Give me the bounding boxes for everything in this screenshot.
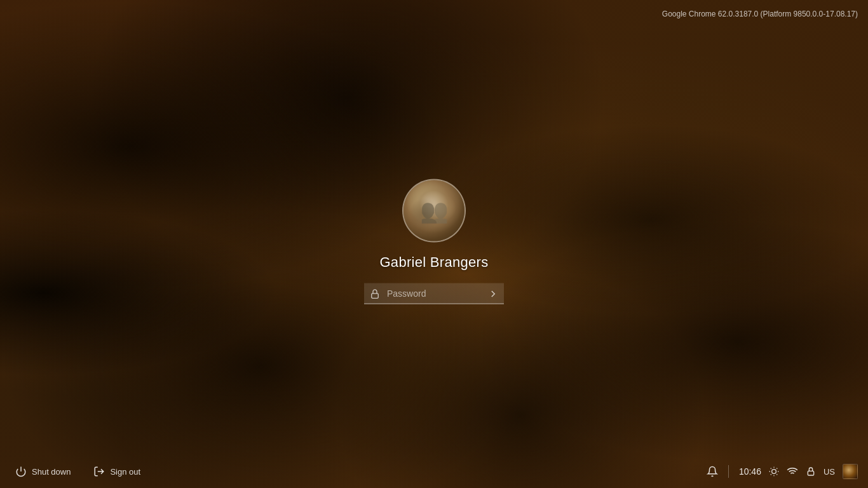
svg-point-3 — [772, 470, 776, 474]
wifi-icon[interactable] — [787, 466, 798, 477]
password-field-container — [364, 283, 504, 304]
bottom-right-tray: 10:46 — [707, 464, 858, 479]
lock-icon — [369, 288, 381, 299]
avatar-container — [402, 179, 466, 243]
shutdown-label: Shut down — [32, 467, 71, 477]
signout-icon — [93, 466, 105, 477]
tray-divider — [728, 465, 729, 478]
bottom-left-actions: Shut down Sign out — [10, 462, 146, 481]
svg-line-11 — [776, 468, 777, 469]
submit-password-button[interactable] — [485, 285, 501, 302]
svg-line-6 — [771, 468, 771, 469]
lock-status-icon[interactable] — [806, 466, 816, 477]
username-label: Gabriel Brangers — [379, 254, 488, 271]
power-icon — [15, 466, 27, 477]
svg-rect-13 — [808, 471, 813, 475]
svg-rect-0 — [372, 293, 379, 298]
locale-label[interactable]: US — [824, 467, 835, 477]
notification-bell-icon[interactable] — [707, 466, 718, 477]
clock-display: 10:46 — [739, 466, 761, 477]
signout-button[interactable]: Sign out — [88, 462, 146, 481]
password-input[interactable] — [364, 283, 504, 304]
svg-line-10 — [771, 474, 771, 475]
avatar — [403, 180, 465, 241]
wallpaper-thumbnail[interactable] — [843, 464, 858, 479]
top-bar: Google Chrome 62.0.3187.0 (Platform 9850… — [652, 0, 868, 27]
shutdown-button[interactable]: Shut down — [10, 462, 76, 481]
brightness-icon[interactable] — [769, 466, 779, 477]
svg-line-7 — [776, 474, 777, 475]
chrome-version-label: Google Chrome 62.0.3187.0 (Platform 9850… — [662, 10, 858, 18]
signout-label: Sign out — [110, 467, 140, 477]
bottom-bar: Shut down Sign out 10:46 — [0, 455, 868, 488]
login-container: Gabriel Brangers — [364, 179, 504, 304]
